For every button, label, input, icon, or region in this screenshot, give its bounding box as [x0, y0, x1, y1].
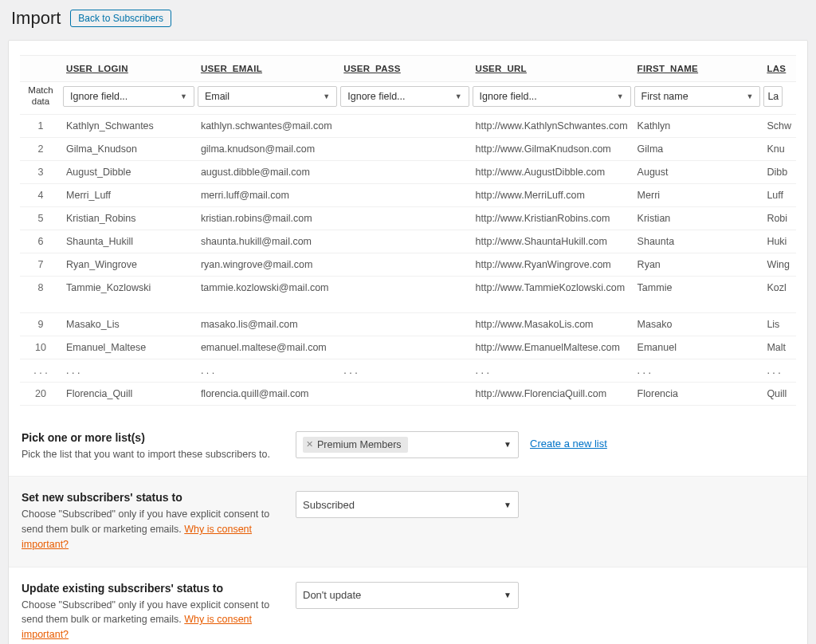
- table-cell: [339, 382, 470, 405]
- table-cell: kristian.robins@mail.com: [196, 206, 339, 230]
- update-status-desc: Choose "Subscribed" only if you have exp…: [22, 598, 277, 642]
- table-cell: Merri: [633, 183, 763, 206]
- table-cell: 3: [20, 160, 61, 183]
- table-cell: [339, 206, 470, 230]
- table-cell: 20: [20, 382, 61, 405]
- table-cell: http://www.KristianRobins.com: [471, 206, 633, 230]
- table-cell: http://www.MasakoLis.com: [471, 312, 633, 336]
- table-cell: http://www.TammieKozlowski.com: [471, 276, 633, 312]
- table-cell: kathlyn.schwantes@mail.com: [196, 114, 339, 137]
- col-header-email[interactable]: USER_EMAIL: [196, 56, 339, 82]
- table-cell: Florencia: [633, 382, 763, 405]
- table-cell: http://www.EmanuelMaltese.com: [471, 336, 633, 359]
- match-select-col-4[interactable]: Ignore field...▼: [473, 86, 631, 107]
- table-cell: http://www.MerriLuff.com: [471, 183, 633, 206]
- table-cell: Wing: [762, 253, 796, 276]
- match-select-col-5[interactable]: First name▼: [634, 86, 761, 107]
- table-row: 20Florencia_Quillflorencia.quill@mail.co…: [20, 382, 796, 405]
- table-row: 4Merri_Luffmerri.luff@mail.comhttp://www…: [20, 183, 796, 206]
- col-header-last[interactable]: LAS: [762, 56, 796, 82]
- table-row: 5Kristian_Robinskristian.robins@mail.com…: [20, 206, 796, 230]
- update-status-dropdown[interactable]: Don't update ▼: [296, 582, 519, 609]
- table-cell: Ryan_Wingrove: [61, 253, 196, 276]
- table-cell: 8: [20, 276, 61, 312]
- table-cell: Kristian_Robins: [61, 206, 196, 230]
- table-cell: Lis: [762, 312, 796, 336]
- table-cell: August_Dibble: [61, 160, 196, 183]
- table-cell: [339, 336, 470, 359]
- table-cell: 2: [20, 137, 61, 160]
- col-header-first[interactable]: FIRST_NAME: [633, 56, 763, 82]
- match-select-col-1[interactable]: Ignore field...▼: [63, 86, 194, 107]
- table-cell: Tammie: [633, 276, 763, 312]
- table-cell: Kristian: [633, 206, 763, 230]
- table-row: . . .. . .. . .. . .. . .. . .. . .: [20, 359, 796, 382]
- lists-dropdown[interactable]: ✕ Premium Members ▼: [296, 431, 519, 458]
- col-header-login[interactable]: USER_LOGIN: [61, 56, 196, 82]
- table-cell: Kathlyn_Schwantes: [61, 114, 196, 137]
- chevron-down-icon: ▼: [746, 92, 753, 100]
- match-select-col-6[interactable]: La: [763, 86, 783, 107]
- match-select-col-2[interactable]: Email▼: [198, 86, 337, 107]
- table-cell: Ryan: [633, 253, 763, 276]
- table-cell: 1: [20, 114, 61, 137]
- import-card: Matchdata Ignore field...▼ Email▼ Ignore…: [8, 40, 808, 644]
- table-cell: tammie.kozlowski@mail.com: [196, 276, 339, 312]
- table-cell: 7: [20, 253, 61, 276]
- pick-lists-desc: Pick the list that you want to import th…: [22, 447, 277, 462]
- col-header-url[interactable]: USER_URL: [471, 56, 633, 82]
- chevron-down-icon: ▼: [504, 440, 512, 449]
- table-cell: Robi: [762, 206, 796, 230]
- table-cell: . . .: [633, 359, 763, 382]
- table-cell: . . .: [196, 359, 339, 382]
- chip-remove-icon[interactable]: ✕: [306, 439, 313, 450]
- table-cell: http://www.RyanWingrove.com: [471, 253, 633, 276]
- table-cell: [339, 114, 470, 137]
- table-cell: [339, 230, 470, 253]
- table-cell: Emanuel_Maltese: [61, 336, 196, 359]
- table-cell: gilma.knudson@mail.com: [196, 137, 339, 160]
- table-cell: Emanuel: [633, 336, 763, 359]
- table-cell: august.dibble@mail.com: [196, 160, 339, 183]
- table-cell: . . .: [762, 359, 796, 382]
- table-cell: http://www.GilmaKnudson.com: [471, 137, 633, 160]
- table-cell: Huki: [762, 230, 796, 253]
- table-cell: Florencia_Quill: [61, 382, 196, 405]
- table-row: 3August_Dibbleaugust.dibble@mail.comhttp…: [20, 160, 796, 183]
- back-to-subscribers-button[interactable]: Back to Subscribers: [70, 10, 171, 27]
- table-cell: Merri_Luff: [61, 183, 196, 206]
- table-cell: [339, 183, 470, 206]
- col-header-pass[interactable]: USER_PASS: [339, 56, 470, 82]
- table-cell: http://www.AugustDibble.com: [471, 160, 633, 183]
- table-cell: merri.luff@mail.com: [196, 183, 339, 206]
- table-cell: Schw: [762, 114, 796, 137]
- table-cell: Knu: [762, 137, 796, 160]
- table-cell: http://www.FlorenciaQuill.com: [471, 382, 633, 405]
- table-cell: Luff: [762, 183, 796, 206]
- match-data-label: Matchdata: [20, 82, 61, 115]
- table-cell: Gilma_Knudson: [61, 137, 196, 160]
- table-cell: Shaunta_Hukill: [61, 230, 196, 253]
- table-cell: . . .: [471, 359, 633, 382]
- table-cell: [339, 137, 470, 160]
- update-status-title: Update existing subscribers' status to: [22, 582, 277, 595]
- create-new-list-link[interactable]: Create a new list: [530, 438, 607, 450]
- new-status-dropdown[interactable]: Subscribed ▼: [296, 491, 519, 518]
- table-cell: August: [633, 160, 763, 183]
- table-row: 2Gilma_Knudsongilma.knudson@mail.comhttp…: [20, 137, 796, 160]
- table-cell: Tammie_Kozlowski: [61, 276, 196, 312]
- table-row: 9Masako_Lismasako.lis@mail.comhttp://www…: [20, 312, 796, 336]
- table-cell: 6: [20, 230, 61, 253]
- chevron-down-icon: ▼: [180, 92, 187, 100]
- table-cell: Kathlyn: [633, 114, 763, 137]
- table-cell: . . .: [61, 359, 196, 382]
- list-chip: ✕ Premium Members: [303, 437, 408, 453]
- table-cell: [339, 253, 470, 276]
- new-status-desc: Choose "Subscribed" only if you have exp…: [22, 507, 277, 552]
- match-select-col-3[interactable]: Ignore field...▼: [340, 86, 469, 107]
- new-status-title: Set new subscribers' status to: [22, 491, 277, 504]
- table-cell: Malt: [762, 336, 796, 359]
- table-cell: 5: [20, 206, 61, 230]
- table-cell: http://www.ShauntaHukill.com: [471, 230, 633, 253]
- table-cell: Dibb: [762, 160, 796, 183]
